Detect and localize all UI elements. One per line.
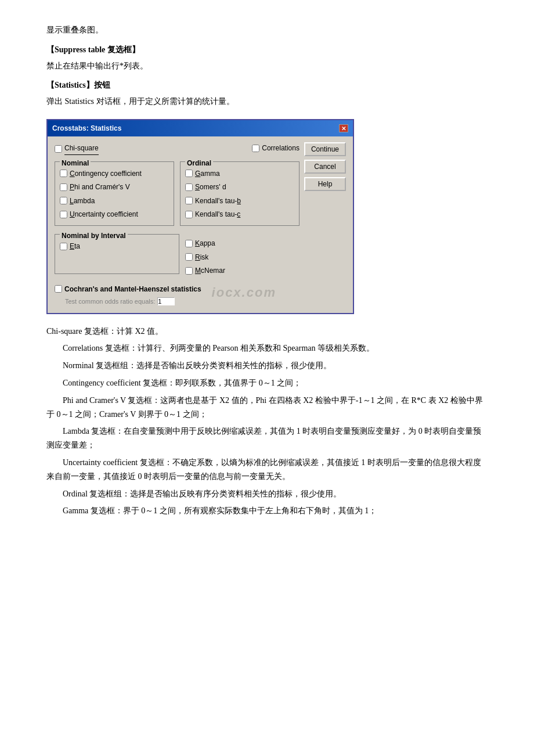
desc-ordinal: Ordinal 复选框组：选择是否输出反映有序分类资料相关性的指标，很少使用。 [46, 487, 488, 501]
nbi-other-columns: Nominal by Interval Eta Kappa [55, 234, 300, 278]
test-common-row: Test common odds ratio equals: [55, 296, 300, 307]
desc-correlations: Correlations 复选框：计算行、列两变量的 Pearson 相关系数和… [46, 341, 488, 355]
risk-checkbox[interactable] [185, 253, 193, 261]
ordinal-group-title: Ordinal [185, 157, 213, 169]
contingency-row: Contingency coefficient [60, 168, 169, 179]
desc-chi: Chi-square 复选框：计算 X2 值。 [46, 325, 488, 339]
desc-phi: Phi and Cramer's V 复选框：这两者也是基于 X2 值的，Phi… [46, 394, 488, 422]
dialog-body: Chi-square Correlations Nominal [48, 136, 353, 312]
continue-button[interactable]: Continue [304, 142, 346, 156]
desc-lambda: Lambda 复选框：在自变量预测中用于反映比例缩减误差，其值为 1 时表明自变… [46, 424, 488, 452]
correlations-row: Correlations [252, 142, 300, 154]
kappa-row: Kappa [185, 237, 300, 249]
somers-checkbox[interactable] [185, 183, 193, 191]
kappa-checkbox[interactable] [185, 240, 193, 247]
mcnemar-checkbox[interactable] [185, 267, 193, 275]
test-common-label: Test common odds ratio equals: [65, 296, 155, 307]
nominal-group: Nominal Contingency coefficient Phi and … [55, 161, 174, 226]
nominal-ordinal-columns: Nominal Contingency coefficient Phi and … [55, 161, 300, 231]
ordinal-group: Ordinal Gamma Somers' d [180, 161, 300, 226]
desc-gamma: Gamma 复选框：界于 0～1 之间，所有观察实际数集中于左上角和右下角时，其… [46, 504, 488, 518]
gamma-row: Gamma [185, 168, 294, 179]
test-common-input[interactable] [157, 297, 175, 305]
uncertainty-label: Uncertainty coefficient [70, 208, 138, 220]
nominal-by-interval-group: Nominal by Interval Eta [55, 234, 179, 273]
dialog-title: Crosstabs: Statistics [52, 123, 121, 134]
ordinal-group-content: Gamma Somers' d Kendall's tau-b [185, 168, 294, 221]
lambda-row: Lambda [60, 195, 169, 207]
crosstabs-statistics-dialog: Crosstabs: Statistics ✕ Chi-square [46, 119, 354, 314]
risk-row: Risk [185, 251, 300, 263]
dialog-titlebar: Crosstabs: Statistics ✕ [48, 120, 353, 136]
eta-label: Eta [70, 240, 80, 252]
risk-label: Risk [195, 251, 208, 263]
top-checkboxes-row: Chi-square Correlations [55, 142, 300, 156]
cochran-label: Cochran's and Mantel-Haenszel statistics [64, 283, 201, 295]
nominal-by-interval-title: Nominal by Interval [60, 230, 128, 242]
contingency-checkbox[interactable] [60, 170, 67, 177]
uncertainty-row: Uncertainty coefficient [60, 208, 169, 220]
nbi-group-content: Eta [60, 240, 174, 252]
correlations-checkbox[interactable] [252, 145, 259, 152]
nominal-group-content: Contingency coefficient Phi and Cramér's… [60, 168, 169, 221]
desc-norminal: Norminal 复选框组：选择是否输出反映分类资料相关性的指标，很少使用。 [46, 359, 488, 373]
suppress-header: 【Suppress table 复选框】 [46, 43, 488, 57]
statistics-desc: 弹出 Statistics 对话框，用于定义所需计算的统计量。 [46, 95, 488, 109]
intro-line1: 显示重叠条图。 [46, 23, 488, 37]
contingency-label: Contingency coefficient [70, 168, 142, 179]
kendall-b-label: Kendall's tau-b [195, 195, 241, 207]
chi-square-row: Chi-square [55, 142, 246, 154]
cochran-checkbox[interactable] [55, 285, 62, 293]
uncertainty-checkbox[interactable] [60, 211, 67, 218]
gamma-label: Gamma [195, 168, 220, 179]
kendall-b-checkbox[interactable] [185, 197, 193, 204]
gamma-checkbox[interactable] [185, 170, 193, 177]
desc-contingency: Contingency coefficient 复选框：即列联系数，其值界于 0… [46, 376, 488, 390]
phi-checkbox[interactable] [60, 183, 67, 191]
chi-square-label: Chi-square [64, 142, 99, 154]
kendall-c-label: Kendall's tau-c [195, 208, 240, 220]
eta-row: Eta [60, 240, 174, 252]
phi-label: Phi and Cramér's V [70, 181, 130, 193]
cancel-button[interactable]: Cancel [304, 160, 346, 174]
other-checkboxes: Kappa Risk McNemar [185, 234, 300, 278]
cochran-area: Cochran's and Mantel-Haenszel statistics… [55, 283, 300, 307]
kendall-c-row: Kendall's tau-c [185, 208, 294, 220]
chi-square-checkbox[interactable] [55, 145, 62, 153]
correlations-area: Correlations [252, 142, 300, 156]
dialog-buttons-panel: Continue Cancel Help [304, 142, 346, 307]
lambda-checkbox[interactable] [60, 197, 67, 204]
kendall-b-row: Kendall's tau-b [185, 195, 294, 207]
chi-square-area: Chi-square [55, 142, 246, 156]
somers-label: Somers' d [195, 181, 226, 193]
desc-uncertainty: Uncertainty coefficient 复选框：不确定系数，以熵为标准的… [46, 456, 488, 484]
help-button[interactable]: Help [304, 177, 346, 191]
mcnemar-label: McNemar [195, 265, 225, 276]
dialog-left-panel: Chi-square Correlations Nominal [55, 142, 300, 307]
kappa-label: Kappa [195, 237, 215, 249]
cochran-row: Cochran's and Mantel-Haenszel statistics [55, 283, 300, 295]
close-icon[interactable]: ✕ [339, 124, 348, 132]
phi-row: Phi and Cramér's V [60, 181, 169, 193]
lambda-label: Lambda [70, 195, 95, 207]
dialog-wrapper: Crosstabs: Statistics ✕ Chi-square [46, 119, 488, 314]
statistics-header: 【Statistics】按钮 [46, 78, 488, 92]
suppress-desc: 禁止在结果中输出行*列表。 [46, 59, 488, 73]
kendall-c-checkbox[interactable] [185, 211, 193, 218]
correlations-label: Correlations [262, 142, 300, 154]
nominal-group-title: Nominal [60, 157, 91, 169]
eta-checkbox[interactable] [60, 243, 67, 250]
mcnemar-row: McNemar [185, 265, 300, 276]
somers-row: Somers' d [185, 181, 294, 193]
